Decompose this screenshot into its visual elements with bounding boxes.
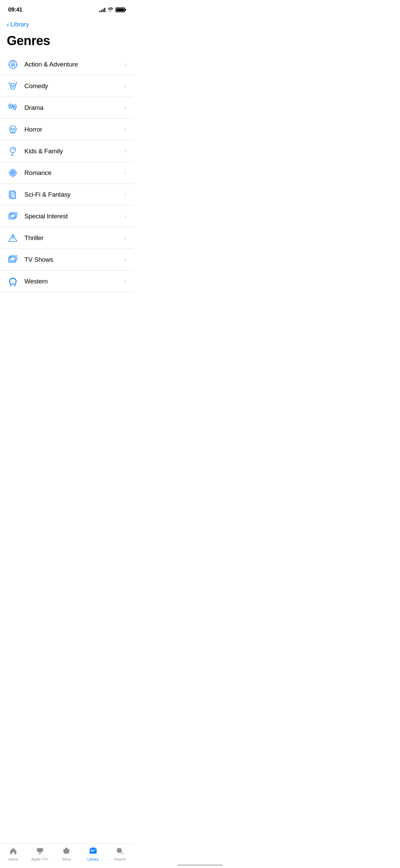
wifi-icon	[107, 7, 113, 13]
genre-chevron-romance: ›	[124, 169, 126, 176]
western-icon	[7, 275, 19, 288]
genre-chevron-sci-fi-fantasy: ›	[124, 191, 126, 198]
genre-chevron-western: ›	[124, 278, 126, 285]
genre-chevron-drama: ›	[124, 104, 126, 111]
genre-name-romance: Romance	[24, 169, 124, 177]
horror-icon	[7, 123, 19, 136]
signal-icon	[99, 7, 105, 12]
battery-icon	[115, 7, 125, 12]
status-time: 09:41	[8, 6, 22, 13]
genre-name-western: Western	[24, 278, 124, 285]
svg-point-9	[11, 105, 12, 106]
svg-point-10	[14, 106, 14, 107]
romance-icon	[7, 167, 19, 179]
genre-name-comedy: Comedy	[24, 82, 124, 90]
back-label: Library	[10, 21, 29, 28]
back-button[interactable]: ‹ Library	[7, 21, 29, 28]
svg-point-7	[14, 85, 15, 86]
thriller-icon	[7, 232, 19, 244]
action-adventure-icon	[7, 58, 19, 71]
genre-name-action-adventure: Action & Adventure	[24, 61, 124, 68]
genre-item-comedy[interactable]: Comedy ›	[0, 75, 133, 97]
back-navigation: ‹ Library	[0, 18, 133, 29]
back-chevron-icon: ‹	[7, 21, 9, 28]
genre-chevron-thriller: ›	[124, 234, 126, 241]
svg-point-20	[12, 172, 14, 174]
genre-item-tv-shows[interactable]: TV Shows ›	[0, 249, 133, 271]
genre-chevron-horror: ›	[124, 126, 126, 133]
drama-icon	[7, 102, 19, 114]
svg-point-11	[15, 106, 15, 107]
genre-item-western[interactable]: Western ›	[0, 271, 133, 292]
genre-item-action-adventure[interactable]: Action & Adventure ›	[0, 54, 133, 75]
genre-chevron-special-interest: ›	[124, 213, 126, 220]
genre-item-horror[interactable]: Horror ›	[0, 119, 133, 140]
genre-chevron-kids-family: ›	[124, 147, 126, 155]
svg-point-13	[14, 128, 15, 130]
genre-name-drama: Drama	[24, 104, 124, 112]
kids-family-icon	[7, 145, 19, 157]
genre-item-sci-fi-fantasy[interactable]: Sci-Fi & Fantasy ›	[0, 184, 133, 205]
genre-item-thriller[interactable]: Thriller ›	[0, 227, 133, 249]
genre-item-kids-family[interactable]: Kids & Family ›	[0, 140, 133, 162]
svg-point-19	[14, 148, 15, 149]
genre-name-kids-family: Kids & Family	[24, 147, 124, 155]
genre-name-special-interest: Special Interest	[24, 213, 124, 220]
genre-chevron-comedy: ›	[124, 82, 126, 90]
tv-shows-icon	[7, 254, 19, 266]
comedy-icon	[7, 80, 19, 92]
page-title: Genres	[0, 29, 133, 54]
svg-point-8	[10, 105, 10, 106]
svg-point-17	[10, 147, 16, 153]
genre-name-tv-shows: TV Shows	[24, 256, 124, 263]
sci-fi-fantasy-icon	[7, 189, 19, 201]
genre-chevron-action-adventure: ›	[124, 61, 126, 68]
genre-name-sci-fi-fantasy: Sci-Fi & Fantasy	[24, 191, 124, 198]
genre-name-thriller: Thriller	[24, 234, 124, 242]
svg-point-6	[12, 85, 12, 86]
genre-list: Action & Adventure › Comedy ›	[0, 54, 133, 292]
genre-item-special-interest[interactable]: Special Interest ›	[0, 205, 133, 227]
genre-item-drama[interactable]: Drama ›	[0, 97, 133, 119]
genre-name-horror: Horror	[24, 126, 124, 133]
special-interest-icon	[7, 210, 19, 222]
genre-chevron-tv-shows: ›	[124, 256, 126, 263]
svg-point-37	[13, 236, 14, 237]
svg-point-12	[11, 128, 13, 130]
status-bar: 09:41	[0, 0, 133, 18]
status-icons	[99, 7, 125, 13]
svg-point-1	[12, 63, 14, 65]
genre-item-romance[interactable]: Romance ›	[0, 162, 133, 184]
